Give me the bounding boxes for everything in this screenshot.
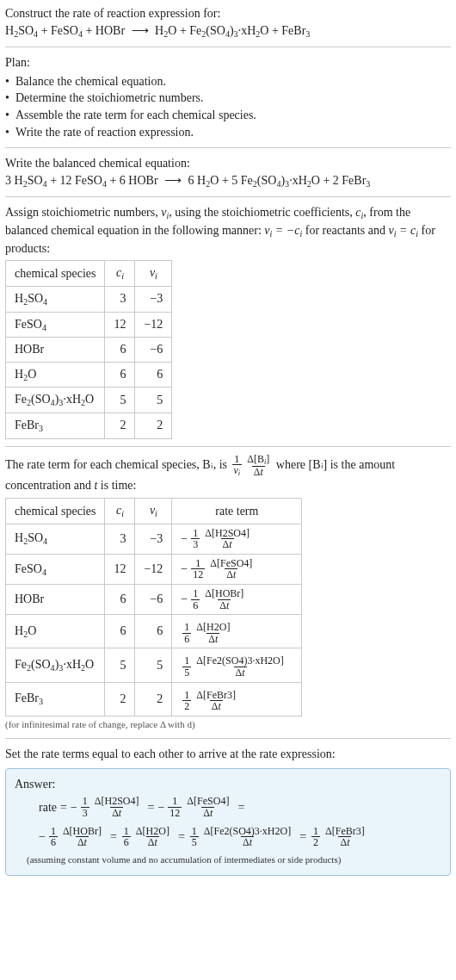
fraction-num: Δ[FeSO4] [208,558,254,569]
fraction-num: Δ[H2O] [194,622,231,633]
table-row: FeBr3 2 2 12 Δ[FeBr3]Δt [6,682,302,716]
cell-rate-term: 16 Δ[H2O]Δt [172,615,302,648]
table-row: Fe2(SO4)3·xH2O55 [6,388,172,413]
fraction-num: 1 [170,796,179,807]
fraction-den: Δt [241,836,254,848]
fraction-den: 6 [49,836,58,848]
cell-ci: 2 [105,682,135,716]
cell-vi: 6 [135,615,172,648]
fraction-den: 2 [311,836,320,848]
cell-ci: 3 [105,524,135,554]
cell-species: FeSO4 [6,554,105,584]
cell-ci: 6 [105,615,135,648]
cell-species: FeBr3 [6,412,105,438]
fraction-num: Δ[Fe2(SO4)3·xH2O] [202,826,293,837]
fraction-num: 1 [191,528,200,539]
cell-ci: 12 [105,312,135,338]
cell-species: Fe2(SO4)3·xH2O [6,388,105,413]
stoich-intro: Assign stoichiometric numbers, νi, using… [5,204,451,257]
fraction-den: 6 [191,599,200,611]
fraction-den: Δt [221,538,234,550]
equals-sign: = [110,828,117,846]
col-species: chemical species [6,261,105,287]
fraction-num: 1 [182,622,191,633]
cell-vi: −12 [135,554,172,584]
fraction-num: Δ[FeBr3] [324,826,367,837]
fraction-den: Δt [201,807,214,819]
cell-vi: −3 [135,524,172,554]
cell-vi: −6 [135,338,172,363]
equals-sign: = [178,828,185,846]
cell-rate-term: − 16 Δ[HOBr]Δt [172,585,302,615]
equals-sign: = [299,828,306,846]
fraction-den: 5 [190,836,199,848]
text: is time: [97,479,136,492]
table-header-row: chemical species ci νi rate term [6,499,302,524]
cell-rate-term: 15 Δ[Fe2(SO4)3·xH2O]Δt [172,648,302,682]
stoich-section: Assign stoichiometric numbers, νi, using… [5,204,451,446]
fraction-den: 3 [81,807,89,819]
rate-term: 16 Δ[H2O]Δt [120,826,173,848]
col-rate: rate term [172,499,302,524]
rate-term: − 13 Δ[H2SO4]Δt [71,796,143,818]
fraction-num: 1 [191,588,200,599]
cell-ci: 12 [105,554,135,584]
cell-ci: 2 [105,412,135,438]
cell-species: FeSO4 [6,312,105,338]
text: for reactants and [302,224,388,237]
heading-title: Construct the rate of reaction expressio… [5,5,451,22]
rate-expression-label: Set the rate terms equal to each other t… [5,746,451,763]
cell-species: H2SO4 [6,524,105,554]
arrow-icon: ⟶ [164,172,182,189]
page: Construct the rate of reaction expressio… [0,0,456,907]
heading-section: Construct the rate of reaction expressio… [5,5,451,47]
fraction-num: 1 [122,826,131,837]
equals-sign: = [237,799,244,816]
cell-vi: −6 [135,585,172,615]
fraction-den: 3 [191,538,200,550]
plan-label: Plan: [5,54,451,71]
plan-section: Plan: Balance the chemical equation. Det… [5,54,451,148]
cell-ci: 6 [105,362,135,388]
fraction-num: 1 [81,796,89,807]
balanced-label: Write the balanced chemical equation: [5,155,451,172]
col-species: chemical species [6,499,105,524]
fraction-den: νi [232,464,243,477]
fraction-den: Δt [252,466,265,478]
rate-table: chemical species ci νi rate term H2SO4 3… [5,498,302,716]
plan-item: Determine the stoichiometric numbers. [5,90,451,107]
fraction-den: Δt [225,568,237,580]
fraction-den: Δt [76,836,89,848]
fraction-num: Δ[FeSO4] [185,796,231,807]
cell-species: H2O [6,362,105,388]
cell-vi: 2 [135,682,172,716]
plan-item: Assemble the rate term for each chemical… [5,107,451,124]
cell-rate-term: − 112 Δ[FeSO4]Δt [172,554,302,584]
cell-rate-term: 12 Δ[FeBr3]Δt [172,682,302,716]
cell-species: HOBr [6,585,105,615]
c-i: ci [355,206,363,219]
fraction-den: 2 [182,700,191,712]
rate-term: 15 Δ[Fe2(SO4)3·xH2O]Δt [188,826,294,848]
rate-lead: rate [39,799,57,816]
fraction-den: Δt [234,667,247,679]
fraction-num: 1 [232,454,241,465]
fraction-num: 1 [311,826,320,837]
fraction-den: 12 [191,568,205,580]
fraction-num: 1 [190,826,199,837]
equals-sign: = [60,799,67,816]
plan-item: Write the rate of reaction expression. [5,124,451,141]
table-row: FeSO412−12 [6,312,172,338]
rate-term: − 112 Δ[FeSO4]Δt [157,796,232,818]
col-vi: νi [135,261,172,287]
table-row: H2O 6 6 16 Δ[H2O]Δt [6,615,302,648]
fraction-num: Δ[H2SO4] [203,528,251,539]
equals-sign: = [148,799,155,816]
fraction-num: Δ[Bi] [245,454,271,466]
cell-vi: −3 [135,286,172,312]
text: Assign stoichiometric numbers, [5,206,161,219]
cell-species: HOBr [6,338,105,363]
cell-vi: 5 [135,648,172,682]
fraction-num: 1 [182,655,191,667]
eq-reactants: νi = −ci [264,224,302,237]
